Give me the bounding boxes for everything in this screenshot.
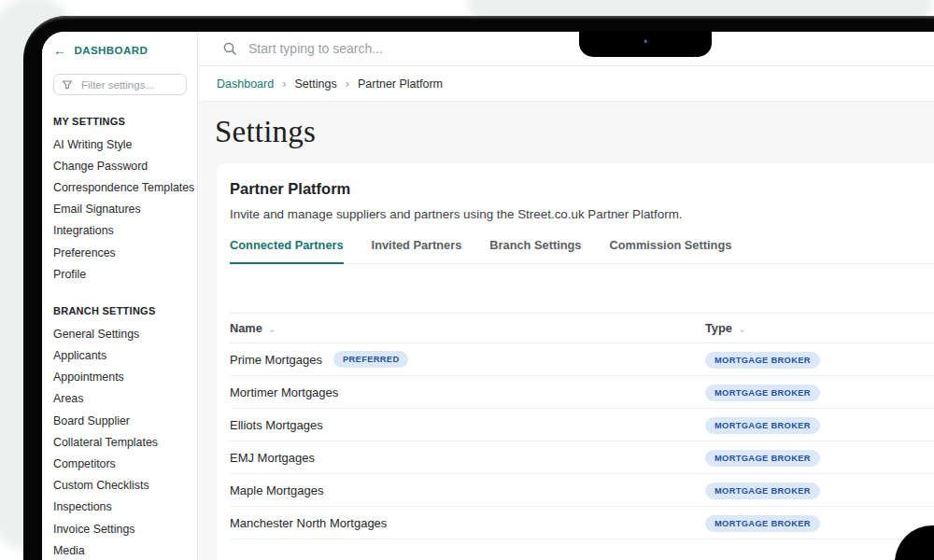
sidebar-section-header: MY SETTINGS xyxy=(53,116,188,127)
partner-type-cell: MORTGAGE BROKER xyxy=(705,383,934,400)
panel-description: Invite and manage suppliers and partners… xyxy=(230,207,934,221)
sidebar-item-ai-writing-style[interactable]: AI Writing Style xyxy=(53,133,188,155)
column-header-type[interactable]: Type ⌄ xyxy=(705,321,934,335)
partner-type-badge: MORTGAGE BROKER xyxy=(705,352,820,368)
back-to-dashboard-label: DASHBOARD xyxy=(74,45,148,56)
table-row[interactable]: Mortimer MortgagesMORTGAGE BROKER xyxy=(230,376,934,409)
sidebar-item-invoice-settings[interactable]: Invoice Settings xyxy=(53,518,188,539)
sort-chevron-icon: ⌄ xyxy=(738,322,746,334)
device-notch xyxy=(579,31,712,57)
partner-type-badge: MORTGAGE BROKER xyxy=(705,483,820,498)
preferred-badge: PREFERRED xyxy=(333,351,409,367)
sidebar-item-inspections[interactable]: Inspections xyxy=(53,497,188,518)
partner-name: Mortimer Mortgages xyxy=(230,385,338,399)
partner-name-cell: Prime MortgagesPREFERRED xyxy=(230,351,705,367)
filter-icon xyxy=(62,79,73,91)
sidebar-item-integrations[interactable]: Integrations xyxy=(53,220,188,242)
partner-name: Maple Mortgages xyxy=(230,483,323,497)
partner-type-badge: MORTGAGE BROKER xyxy=(705,450,820,466)
table-row[interactable]: Prime MortgagesPREFERREDMORTGAGE BROKER xyxy=(230,343,934,376)
partner-type-cell: MORTGAGE BROKER xyxy=(705,481,934,498)
partner-type-cell: MORTGAGE BROKER xyxy=(705,513,934,531)
search-icon xyxy=(222,41,237,56)
sidebar-item-appointments[interactable]: Appointments xyxy=(53,367,188,388)
partner-name: EMJ Mortgages xyxy=(230,451,315,465)
column-header-name[interactable]: Name ⌄ xyxy=(230,321,705,335)
global-search-bar[interactable] xyxy=(198,32,934,66)
sidebar-section: MY SETTINGSAI Writing StyleChange Passwo… xyxy=(53,116,188,285)
back-arrow-icon: ← xyxy=(53,44,66,57)
sidebar-item-email-signatures[interactable]: Email Signatures xyxy=(53,199,188,220)
sidebar-item-applicants[interactable]: Applicants xyxy=(53,345,188,367)
partner-name: Prime Mortgages xyxy=(230,353,322,367)
main-area: Dashboard›Settings›Partner Platform Sett… xyxy=(198,32,934,560)
tab-commission-settings[interactable]: Commission Settings xyxy=(609,238,731,264)
breadcrumb-item-settings[interactable]: Settings xyxy=(295,77,337,91)
partner-name-cell: Manchester North Mortgages xyxy=(230,516,705,530)
partner-type-cell: MORTGAGE BROKER xyxy=(705,415,934,433)
sidebar-item-collateral-templates[interactable]: Collateral Templates xyxy=(53,431,188,453)
breadcrumb-separator-icon: › xyxy=(282,77,286,91)
partner-name: Elliots Mortgages xyxy=(230,418,323,432)
partner-name-cell: Mortimer Mortgages xyxy=(230,385,705,399)
sidebar-section-header: BRANCH SETTINGS xyxy=(53,305,188,316)
sidebar-item-change-password[interactable]: Change Password xyxy=(53,155,188,176)
tab-invited-partners[interactable]: Invited Partners xyxy=(372,238,462,264)
table-row[interactable]: Elliots MortgagesMORTGAGE BROKER xyxy=(230,409,934,441)
partner-type-badge: MORTGAGE BROKER xyxy=(705,515,820,531)
sidebar-item-areas[interactable]: Areas xyxy=(53,388,188,410)
partner-name-cell: EMJ Mortgages xyxy=(230,451,705,465)
breadcrumb: Dashboard›Settings›Partner Platform xyxy=(198,66,934,101)
settings-sidebar: ← DASHBOARD MY SETTINGSAI Writing StyleC… xyxy=(42,32,198,560)
filter-settings-box[interactable] xyxy=(53,74,187,95)
page-title: Settings xyxy=(215,115,934,149)
partner-type-cell: MORTGAGE BROKER xyxy=(705,350,934,368)
breadcrumb-item-dashboard[interactable]: Dashboard xyxy=(217,77,274,91)
device-screen: ← DASHBOARD MY SETTINGSAI Writing StyleC… xyxy=(42,32,934,560)
partner-name-cell: Maple Mortgages xyxy=(230,483,705,497)
table-row[interactable]: Manchester North MortgagesMORTGAGE BROKE… xyxy=(230,507,934,539)
breadcrumb-item-partner-platform: Partner Platform xyxy=(358,77,443,91)
table-row[interactable]: EMJ MortgagesMORTGAGE BROKER xyxy=(230,441,934,474)
column-type-label: Type xyxy=(705,321,732,335)
sidebar-item-general-settings[interactable]: General Settings xyxy=(53,323,188,344)
camera-icon xyxy=(644,39,648,44)
sidebar-item-profile[interactable]: Profile xyxy=(53,263,188,285)
tab-bar: Connected PartnersInvited PartnersBranch… xyxy=(230,238,934,264)
sidebar-item-competitors[interactable]: Competitors xyxy=(53,453,188,474)
filter-settings-input[interactable] xyxy=(79,78,173,91)
sidebar-item-custom-checklists[interactable]: Custom Checklists xyxy=(53,475,188,497)
tab-connected-partners[interactable]: Connected Partners xyxy=(230,238,344,264)
sidebar-item-board-supplier[interactable]: Board Supplier xyxy=(53,410,188,431)
back-to-dashboard-link[interactable]: ← DASHBOARD xyxy=(53,35,188,66)
table-body: Prime MortgagesPREFERREDMORTGAGE BROKERM… xyxy=(230,343,934,539)
partner-name-cell: Elliots Mortgages xyxy=(230,418,705,432)
settings-page: Settings Partner Platform Invite and man… xyxy=(198,101,934,560)
table-row[interactable]: Maple MortgagesMORTGAGE BROKER xyxy=(230,474,934,507)
partner-platform-card: Partner Platform Invite and manage suppl… xyxy=(217,163,934,560)
breadcrumb-separator-icon: › xyxy=(346,77,349,91)
tab-branch-settings[interactable]: Branch Settings xyxy=(489,238,581,264)
device-frame: ← DASHBOARD MY SETTINGSAI Writing StyleC… xyxy=(23,16,934,560)
sidebar-item-preferences[interactable]: Preferences xyxy=(53,242,188,263)
sidebar-nav: MY SETTINGSAI Writing StyleChange Passwo… xyxy=(53,116,188,560)
partner-type-badge: MORTGAGE BROKER xyxy=(705,385,820,400)
sidebar-item-correspondence-templates[interactable]: Correspondence Templates xyxy=(53,176,188,198)
panel-title: Partner Platform xyxy=(230,163,934,198)
sort-chevron-icon: ⌄ xyxy=(268,322,276,334)
column-name-label: Name xyxy=(230,321,262,335)
partner-type-cell: MORTGAGE BROKER xyxy=(705,448,934,466)
sidebar-section: BRANCH SETTINGSGeneral SettingsApplicant… xyxy=(53,305,188,560)
partner-type-badge: MORTGAGE BROKER xyxy=(705,417,820,433)
table-header-row: Name ⌄ Type ⌄ xyxy=(230,313,934,343)
sidebar-item-media[interactable]: Media xyxy=(53,539,188,560)
partner-name: Manchester North Mortgages xyxy=(230,516,387,530)
partners-table: Name ⌄ Type ⌄ Prime MortgagesPREFERREDMO… xyxy=(230,313,934,539)
